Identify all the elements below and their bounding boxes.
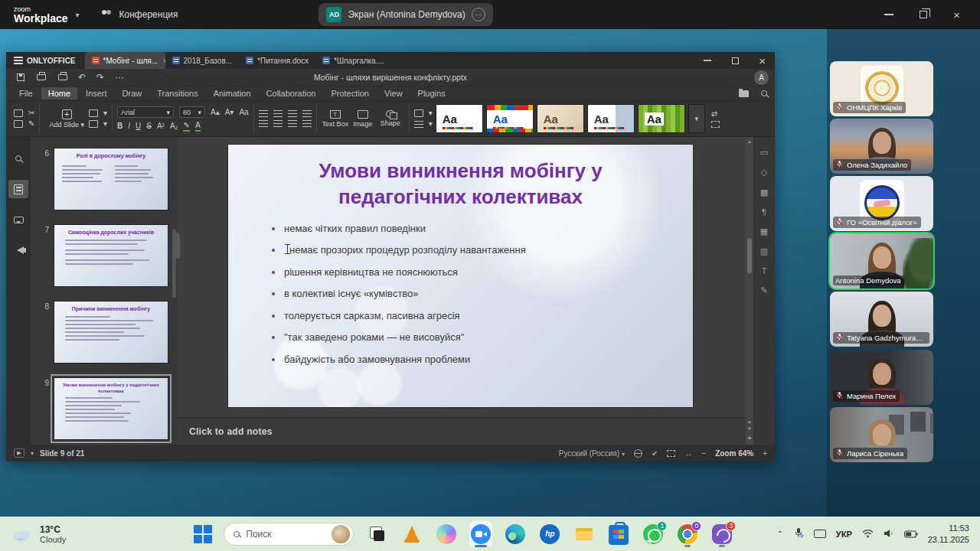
volume-icon[interactable] bbox=[884, 527, 894, 541]
add-slide-button[interactable]: + Add Slide ▾ bbox=[44, 109, 89, 129]
increase-font-icon[interactable]: A▴ bbox=[211, 108, 220, 116]
quick-print-icon[interactable] bbox=[58, 74, 67, 80]
font-size-select[interactable]: 80▾ bbox=[179, 106, 205, 118]
taskbar-task-view[interactable] bbox=[366, 521, 389, 547]
theme-thumbnail-blue[interactable]: Aa bbox=[587, 104, 635, 133]
maximize-icon[interactable] bbox=[732, 57, 739, 64]
canvas-scrollbar[interactable]: ▲ ▲ ▼ + bbox=[746, 137, 753, 445]
taskbar-vlc[interactable] bbox=[400, 521, 423, 547]
hidden-icons-chevron[interactable]: ⌃ bbox=[776, 530, 782, 538]
subscript-button[interactable]: A₂ bbox=[170, 122, 178, 130]
tab-view[interactable]: View bbox=[377, 87, 410, 99]
sidebar-comments-button[interactable] bbox=[8, 210, 28, 229]
vertical-align-icon[interactable] bbox=[273, 120, 283, 127]
sidebar-search-button[interactable] bbox=[8, 149, 28, 168]
participant-tile[interactable]: Олена Задихайло bbox=[830, 119, 933, 174]
tab-plugins[interactable]: Plugins bbox=[411, 87, 452, 99]
undo-icon[interactable]: ↶ bbox=[78, 72, 86, 83]
taskbar-file-explorer[interactable] bbox=[573, 521, 596, 547]
taskbar-copilot[interactable] bbox=[435, 521, 458, 547]
thumbnail-slide-6[interactable]: 6 Ролі в дорослому мобінгу bbox=[37, 148, 178, 210]
tab-draw[interactable]: Draw bbox=[116, 87, 149, 99]
theme-thumbnail-beige[interactable]: Aa bbox=[537, 104, 584, 133]
chart-settings-icon[interactable]: ▥ bbox=[760, 246, 768, 256]
minimize-icon[interactable] bbox=[704, 60, 711, 61]
table-settings-icon[interactable]: ▦ bbox=[760, 227, 768, 236]
signature-settings-icon[interactable]: ✎ bbox=[760, 285, 767, 295]
restore-icon[interactable] bbox=[920, 11, 927, 18]
doc-tab-2018-base[interactable]: 2018_Базов... bbox=[165, 52, 240, 69]
strikethrough-button[interactable]: S bbox=[146, 122, 152, 130]
language-globe-icon[interactable] bbox=[634, 449, 642, 458]
bullets-icon[interactable] bbox=[259, 110, 268, 117]
taskbar-edge[interactable] bbox=[504, 521, 527, 547]
customize-toolbar-icon[interactable]: ··· bbox=[115, 72, 124, 83]
tab-protection[interactable]: Protection bbox=[324, 87, 376, 99]
user-avatar[interactable]: A bbox=[754, 70, 769, 85]
doc-tab-mobbing[interactable]: *Мобінг - шля... × bbox=[85, 52, 165, 69]
slide-size-icon[interactable] bbox=[414, 109, 423, 117]
document-language-button[interactable]: Русский (Россия) ▾ bbox=[559, 449, 625, 458]
thumbnail-slide-7[interactable]: 7 Самооцінка дорослих учасників bbox=[37, 224, 178, 287]
search-icon[interactable] bbox=[761, 90, 767, 96]
image-settings-icon[interactable]: ▩ bbox=[760, 187, 768, 197]
textart-settings-icon[interactable]: T bbox=[762, 266, 767, 276]
line-spacing-icon[interactable] bbox=[288, 120, 297, 127]
slide-title[interactable]: Умови виникнення мобінгу у педагогічних … bbox=[259, 158, 662, 210]
participant-tile[interactable]: ОНМЦПК Харків bbox=[830, 61, 933, 116]
select-all-icon[interactable] bbox=[711, 121, 720, 128]
slideshow-options-caret[interactable]: ▾ bbox=[31, 450, 34, 457]
clock[interactable]: 11:53 23.11.2025 bbox=[928, 523, 969, 545]
slide-bullet-list[interactable]: немає чітких правил поведінки немає проз… bbox=[272, 223, 693, 365]
paste-icon[interactable] bbox=[14, 109, 23, 117]
previous-slide-icon[interactable]: ▲ bbox=[747, 419, 752, 424]
copy-icon[interactable] bbox=[14, 120, 23, 128]
theme-gallery-expand-icon[interactable]: ▾ bbox=[688, 104, 705, 133]
taskbar-whatsapp[interactable]: 1 bbox=[642, 521, 665, 547]
highlight-color-button[interactable]: ✎ bbox=[183, 121, 189, 131]
search-box[interactable]: Поиск bbox=[224, 523, 354, 546]
fit-slide-icon[interactable] bbox=[667, 450, 675, 457]
tab-file[interactable]: File bbox=[12, 87, 40, 99]
spellcheck-icon[interactable]: ✔ bbox=[652, 449, 658, 458]
tab-meeting[interactable]: Конференция bbox=[90, 0, 189, 29]
bold-button[interactable]: B bbox=[117, 122, 122, 130]
close-icon[interactable]: × bbox=[953, 9, 960, 21]
thumbnail-slide-9-selected[interactable]: 9 Умови виникнення мобінгу у педагогічни… bbox=[37, 377, 178, 440]
cut-icon[interactable]: ✂ bbox=[28, 109, 34, 117]
onlyoffice-logo[interactable]: ONLYOFFICE bbox=[6, 52, 85, 69]
scroll-up-icon[interactable]: ▲ bbox=[747, 137, 752, 146]
participant-tile[interactable]: ГО «Освітній діалог» bbox=[830, 176, 933, 231]
align-icon[interactable] bbox=[259, 120, 268, 127]
fit-width-icon[interactable]: ↔ bbox=[684, 449, 692, 458]
start-button[interactable] bbox=[193, 524, 213, 544]
shape-button[interactable]: Shape bbox=[377, 110, 404, 127]
participant-tile[interactable]: Лариса Сіренька bbox=[830, 407, 933, 462]
notes-area[interactable]: Click to add notes bbox=[178, 417, 746, 445]
chevron-down-icon[interactable]: ▾ bbox=[76, 11, 80, 19]
current-slide[interactable]: Умови виникнення мобінгу у педагогічних … bbox=[228, 145, 693, 407]
sidebar-slides-button[interactable] bbox=[8, 180, 28, 198]
start-slideshow-button[interactable]: ▶ bbox=[14, 448, 24, 458]
redo-icon[interactable]: ↷ bbox=[96, 72, 104, 83]
touch-keyboard-icon[interactable] bbox=[814, 530, 826, 538]
tab-animation[interactable]: Animation bbox=[207, 87, 258, 99]
language-indicator[interactable]: УКР bbox=[836, 530, 852, 539]
taskbar-microsoft-store[interactable] bbox=[607, 521, 630, 547]
preview-icon[interactable] bbox=[89, 120, 98, 128]
sidebar-feedback-button[interactable] bbox=[8, 241, 28, 259]
increase-indent-icon[interactable] bbox=[302, 110, 312, 117]
search-daily-image[interactable] bbox=[332, 525, 350, 543]
decrease-font-icon[interactable]: A▾ bbox=[225, 108, 234, 116]
superscript-button[interactable]: A² bbox=[157, 122, 165, 130]
microphone-tray-icon[interactable] bbox=[793, 527, 804, 541]
participant-tile-active-speaker[interactable]: Antonina Demydova bbox=[830, 233, 933, 289]
tab-collaboration[interactable]: Collaboration bbox=[260, 87, 323, 99]
underline-button[interactable]: U bbox=[136, 122, 141, 130]
close-icon[interactable]: × bbox=[759, 55, 766, 67]
doc-tab-pytannia[interactable]: *Питання.docx bbox=[239, 52, 315, 69]
taskbar-viber[interactable]: 3 bbox=[710, 521, 733, 547]
tab-home[interactable]: Home bbox=[41, 87, 77, 99]
theme-thumbnail-default[interactable]: Aa bbox=[436, 104, 483, 133]
panel-resize-handle[interactable] bbox=[175, 233, 180, 259]
